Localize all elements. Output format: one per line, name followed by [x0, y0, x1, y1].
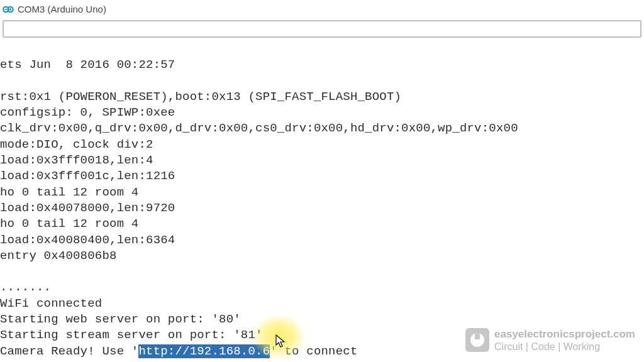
output-line: clk_drv:0x00,q_drv:0x00,d_drv:0x00,cs0_d… [0, 121, 518, 135]
output-line: ....... [0, 280, 51, 294]
watermark-url: easyelectronicsproject.com [494, 329, 635, 339]
output-text: ' to connect [270, 344, 357, 358]
output-line: load:0x3fff001c,len:1216 [0, 169, 175, 183]
send-input-row[interactable] [3, 20, 641, 38]
output-line: configsip: 0, SPIWP:0xee [0, 106, 175, 119]
output-line: mode:DIO, clock div:2 [0, 138, 153, 151]
output-line: Starting web server on port: '80' [0, 312, 241, 326]
title-bar: COM3 (Arduino Uno) [0, 0, 644, 19]
output-line: rst:0x1 (POWERON_RESET),boot:0x13 (SPI_F… [0, 90, 401, 104]
output-line: load:0x40080400,len:6364 [0, 233, 175, 247]
output-line: load:0x3fff0018,len:4 [0, 153, 153, 167]
watermark-tagline: Circuit | Code | Working [494, 342, 635, 352]
output-line: load:0x40078000,len:9720 [0, 201, 175, 215]
output-line: WiFi connected [0, 297, 102, 310]
output-line: Camera Ready! Use 'http://192.168.0.6' t… [0, 344, 358, 358]
output-line: ets Jun 8 2016 00:22:57 [0, 58, 175, 72]
watermark-logo-icon [465, 328, 489, 352]
send-input[interactable] [4, 21, 640, 36]
output-line: ho 0 tail 12 room 4 [0, 217, 138, 231]
selected-url: http://192.168.0.6 [138, 344, 270, 358]
watermark-text: easyelectronicsproject.com Circuit | Cod… [494, 329, 635, 352]
watermark: easyelectronicsproject.com Circuit | Cod… [465, 328, 635, 352]
arduino-icon [3, 4, 14, 15]
window-title: COM3 (Arduino Uno) [18, 4, 106, 14]
output-line: ho 0 tail 12 room 4 [0, 185, 138, 199]
serial-output[interactable]: ets Jun 8 2016 00:22:57 rst:0x1 (POWERON… [0, 40, 644, 359]
output-line: Starting stream server on port: '81' [0, 328, 263, 342]
output-text: Camera Ready! Use ' [0, 344, 138, 358]
output-line: entry 0x400806b8 [0, 249, 117, 263]
